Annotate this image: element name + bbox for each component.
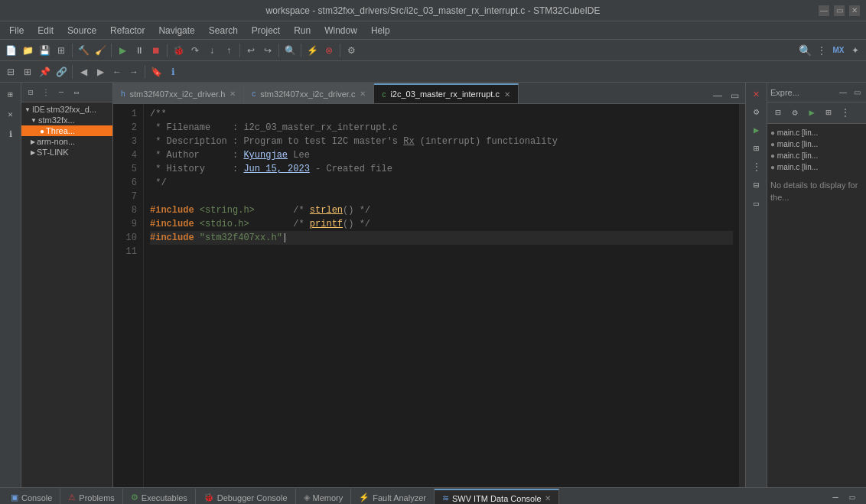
frp-tb-5[interactable]: ⋮ bbox=[838, 106, 853, 121]
rp-btn-1[interactable]: ✕ bbox=[749, 86, 764, 101]
menu-help[interactable]: Help bbox=[365, 24, 396, 37]
tab-swv[interactable]: ≋ SWV ITM Data Console ✕ bbox=[435, 489, 559, 505]
tab-h-file[interactable]: h stm32f407xx_i2c_driver.h ✕ bbox=[113, 83, 244, 103]
link-btn[interactable]: 🔗 bbox=[54, 64, 69, 80]
step-return-btn[interactable]: ↑ bbox=[221, 43, 236, 58]
frp-item-2[interactable]: ● main.c [lin... bbox=[770, 138, 863, 150]
pe-item-thread[interactable]: ● Threa... bbox=[21, 125, 112, 136]
search-btn[interactable]: 🔍 bbox=[282, 43, 298, 58]
next-btn[interactable]: ▶ bbox=[93, 64, 108, 80]
tab-max-btn[interactable]: ▭ bbox=[727, 88, 742, 103]
maximize-button[interactable]: ▭ bbox=[834, 5, 845, 16]
frp-tb-1[interactable]: ⊟ bbox=[770, 106, 786, 121]
close-button[interactable]: ✕ bbox=[849, 5, 860, 16]
rp-btn-5[interactable]: ⋮ bbox=[749, 159, 764, 174]
pe-arrow-arm: ▶ bbox=[31, 138, 35, 145]
pe-max-btn[interactable]: ▭ bbox=[70, 86, 83, 99]
pe-min-btn[interactable]: — bbox=[55, 86, 67, 99]
left-sidebar-icon-2[interactable]: ✕ bbox=[2, 106, 19, 122]
editor-scrollbar[interactable] bbox=[739, 104, 745, 487]
info-btn[interactable]: ℹ bbox=[165, 64, 181, 80]
bottom-max-btn[interactable]: ▭ bbox=[845, 490, 860, 505]
frp-max-btn[interactable]: ▭ bbox=[851, 86, 863, 99]
perspective-btn[interactable]: MX bbox=[831, 43, 846, 58]
tab-active-close[interactable]: ✕ bbox=[504, 90, 510, 99]
prev-btn[interactable]: ◀ bbox=[76, 64, 91, 80]
cube-btn[interactable]: ✦ bbox=[848, 43, 863, 58]
pe-item-src[interactable]: ▼ stm32fx... bbox=[21, 115, 112, 125]
save-btn[interactable]: 💾 bbox=[37, 43, 52, 58]
collapse-all-btn[interactable]: ⊟ bbox=[3, 64, 18, 80]
menu-file[interactable]: File bbox=[3, 24, 30, 37]
minimize-button[interactable]: — bbox=[819, 5, 829, 16]
pe-menu-btn[interactable]: ⋮ bbox=[40, 86, 52, 99]
menu-search[interactable]: Search bbox=[203, 24, 244, 37]
frp-item-4[interactable]: ● main.c [lin... bbox=[770, 161, 863, 173]
save-all-btn[interactable]: ⊞ bbox=[54, 43, 69, 58]
pause-btn[interactable]: ⏸ bbox=[132, 43, 147, 58]
menu-project[interactable]: Project bbox=[246, 24, 286, 37]
code-area[interactable]: /** * Filename : i2c_03_master_rx_interr… bbox=[144, 104, 739, 487]
settings-btn[interactable]: ⚙ bbox=[343, 43, 359, 58]
rp-btn-3[interactable]: ▶ bbox=[749, 122, 764, 138]
build-btn[interactable]: 🔨 bbox=[76, 43, 91, 58]
step-into-btn[interactable]: ↓ bbox=[204, 43, 220, 58]
new-file-btn[interactable]: 📄 bbox=[3, 43, 18, 58]
undo-btn[interactable]: ↩ bbox=[243, 43, 259, 58]
tab-problems[interactable]: ⚠ Problems bbox=[60, 489, 122, 505]
swv-close[interactable]: ✕ bbox=[545, 494, 551, 502]
more-btn[interactable]: ⋮ bbox=[814, 43, 829, 58]
step-over-btn[interactable]: ↷ bbox=[187, 43, 203, 58]
menu-navigate[interactable]: Navigate bbox=[152, 24, 200, 37]
frp-tb-4[interactable]: ⊞ bbox=[821, 106, 836, 121]
tab-console[interactable]: ▣ Console bbox=[3, 489, 60, 505]
frp-tb-3[interactable]: ▶ bbox=[804, 106, 819, 121]
clean-btn[interactable]: 🧹 bbox=[93, 43, 108, 58]
left-sidebar-icon-1[interactable]: ⊞ bbox=[2, 86, 19, 102]
disconnect-btn[interactable]: ⊗ bbox=[321, 43, 337, 58]
debug-btn[interactable]: 🐞 bbox=[171, 43, 186, 58]
menu-source[interactable]: Source bbox=[61, 24, 103, 37]
run-btn[interactable]: ▶ bbox=[115, 43, 130, 58]
menu-refactor[interactable]: Refactor bbox=[104, 24, 151, 37]
back-btn[interactable]: ← bbox=[109, 64, 125, 80]
rp-btn-6[interactable]: ⊟ bbox=[749, 177, 764, 193]
menu-window[interactable]: Window bbox=[318, 24, 363, 37]
left-sidebar-icon-3[interactable]: ℹ bbox=[2, 125, 19, 142]
redo-btn[interactable]: ↪ bbox=[260, 43, 275, 58]
expand-all-btn[interactable]: ⊞ bbox=[20, 64, 35, 80]
rp-btn-2[interactable]: ⚙ bbox=[749, 104, 764, 119]
tab-fault[interactable]: ⚡ Fault Analyzer bbox=[351, 489, 435, 505]
bottom-min-btn[interactable]: — bbox=[828, 490, 843, 505]
tab-exec[interactable]: ⚙ Executables bbox=[123, 489, 196, 505]
tab-memory[interactable]: ◈ Memory bbox=[296, 489, 352, 505]
pe-item-arm[interactable]: ▶ arm-non... bbox=[21, 136, 112, 147]
tab-c-file[interactable]: c stm32f407xx_i2c_driver.c ✕ bbox=[244, 83, 374, 103]
open-btn[interactable]: 📁 bbox=[20, 43, 35, 58]
connect-btn[interactable]: ⚡ bbox=[304, 43, 320, 58]
frp-tb-2[interactable]: ⚙ bbox=[787, 106, 803, 121]
tab-debugger[interactable]: 🐞 Debugger Console bbox=[196, 489, 296, 505]
rp-btn-4[interactable]: ⊞ bbox=[749, 141, 764, 156]
frp-min-btn[interactable]: — bbox=[837, 86, 849, 99]
tab-min-btn[interactable]: — bbox=[710, 88, 725, 103]
bookmark-btn[interactable]: 🔖 bbox=[148, 64, 164, 80]
frp-item-3[interactable]: ● main.c [lin... bbox=[770, 150, 863, 161]
tab-c-close[interactable]: ✕ bbox=[360, 89, 366, 98]
code-line-3: * Description : Program to test I2C mast… bbox=[150, 135, 733, 148]
pe-collapse-btn[interactable]: ⊟ bbox=[24, 86, 37, 99]
tab-h-icon: h bbox=[121, 89, 125, 98]
menu-edit[interactable]: Edit bbox=[31, 24, 60, 37]
stop-btn[interactable]: ⏹ bbox=[148, 43, 164, 58]
pin-btn[interactable]: 📌 bbox=[37, 64, 52, 80]
sep7 bbox=[340, 44, 340, 57]
menu-run[interactable]: Run bbox=[288, 24, 317, 37]
tab-active-file[interactable]: c i2c_03_master_rx_interrupt.c ✕ bbox=[374, 83, 518, 103]
pe-item-root[interactable]: ▼ IDE stm32fxx_d... bbox=[21, 104, 112, 115]
frp-item-1[interactable]: ● main.c [lin... bbox=[770, 127, 863, 138]
rp-btn-7[interactable]: ▭ bbox=[749, 196, 764, 211]
tab-h-close[interactable]: ✕ bbox=[230, 89, 236, 98]
pe-item-stlink[interactable]: ▶ ST-LINK bbox=[21, 147, 112, 158]
search-icon-right[interactable]: 🔍 bbox=[797, 43, 812, 58]
fwd-btn[interactable]: → bbox=[126, 64, 142, 80]
